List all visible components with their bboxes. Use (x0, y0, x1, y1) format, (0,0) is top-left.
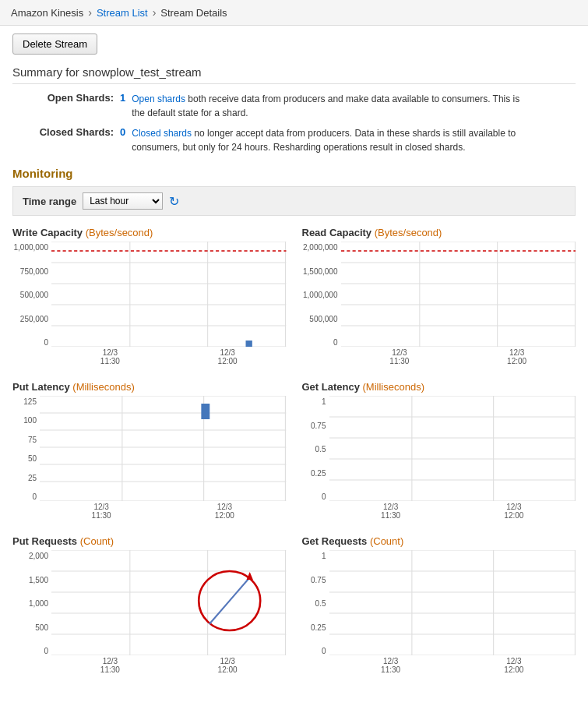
put-requests-svg (51, 550, 287, 655)
write-capacity-xaxis: 12/311:30 12/312:00 (51, 347, 287, 365)
read-capacity-title: Read Capacity (Bytes/second) (302, 227, 576, 238)
breadcrumb-sep-1: › (88, 6, 92, 19)
get-latency-xaxis: 12/311:30 12/312:00 (329, 501, 576, 520)
put-requests-yaxis: 2,000 1,500 1,000 500 0 (12, 550, 51, 674)
read-capacity-inner: 12/311:30 12/312:00 (341, 242, 576, 365)
refresh-icon[interactable]: ↻ (169, 194, 179, 209)
get-latency-yaxis: 1 0.75 0.5 0.25 0 (302, 396, 329, 520)
breadcrumb-stream-list[interactable]: Stream List (97, 7, 148, 19)
read-capacity-svg (341, 242, 576, 347)
get-requests-title: Get Requests (Count) (302, 535, 576, 547)
get-requests-inner: 12/311:30 12/312:00 (329, 550, 576, 674)
get-requests-unit: (Count) (370, 535, 403, 547)
put-latency-inner: 12/311:30 12/312:00 (40, 396, 287, 520)
read-capacity-unit: (Bytes/second) (375, 227, 442, 238)
open-shards-label: Open Shards: (20, 92, 114, 104)
get-requests-yaxis: 1 0.75 0.5 0.25 0 (302, 550, 329, 674)
closed-shards-row: Closed Shards: 0 Closed shards no longer… (20, 126, 576, 154)
svg-rect-31 (201, 404, 209, 419)
closed-shards-desc: Closed shards no longer accept data from… (132, 126, 521, 154)
svg-rect-10 (246, 341, 252, 347)
summary-table: Open Shards: 1 Open shards both receive … (20, 92, 576, 154)
time-range-select[interactable]: Last hour Last 3 hours Last 12 hours Las… (83, 192, 163, 210)
read-capacity-yaxis: 2,000,000 1,500,000 1,000,000 500,000 0 (302, 242, 341, 365)
put-latency-wrapper: 125 100 75 50 25 0 (12, 396, 287, 520)
summary-title: Summary for snowplow_test_stream (12, 65, 576, 84)
open-shards-desc: Open shards both receive data from produ… (132, 92, 521, 120)
time-range-label: Time range (23, 196, 76, 207)
read-capacity-wrapper: 2,000,000 1,500,000 1,000,000 500,000 0 (302, 242, 576, 365)
get-requests-svg (329, 550, 576, 655)
get-requests-xaxis: 12/311:30 12/312:00 (329, 655, 576, 674)
put-requests-xaxis: 12/311:30 12/312:00 (51, 655, 287, 674)
put-latency-yaxis: 125 100 75 50 25 0 (12, 396, 40, 520)
closed-shards-label: Closed Shards: (20, 126, 114, 138)
breadcrumb: Amazon Kinesis › Stream List › Stream De… (0, 0, 588, 26)
svg-line-51 (209, 577, 250, 624)
write-capacity-chart: Write Capacity (Bytes/second) 1,000,000 … (12, 227, 287, 365)
get-latency-title: Get Latency (Milliseconds) (302, 381, 576, 393)
open-shards-highlight: Open shards (132, 94, 185, 104)
put-latency-unit: (Milliseconds) (72, 381, 134, 393)
put-requests-inner: 12/311:30 12/312:00 (51, 550, 287, 674)
delete-stream-button[interactable]: Delete Stream (12, 34, 97, 55)
put-latency-svg (40, 396, 287, 501)
write-capacity-title: Write Capacity (Bytes/second) (12, 227, 287, 238)
main-content: Delete Stream Summary for snowplow_test_… (0, 26, 588, 682)
monitoring-bar: Time range Last hour Last 3 hours Last 1… (12, 186, 576, 216)
breadcrumb-stream-details: Stream Details (160, 7, 227, 19)
closed-shards-highlight: Closed shards (132, 128, 192, 139)
put-requests-chart: Put Requests (Count) 2,000 1,500 1,000 5… (12, 535, 287, 674)
put-requests-title: Put Requests (Count) (12, 535, 287, 547)
get-latency-unit: (Milliseconds) (363, 381, 424, 393)
get-latency-svg (329, 396, 576, 501)
put-latency-title: Put Latency (Milliseconds) (12, 381, 287, 393)
put-latency-xaxis: 12/311:30 12/312:00 (40, 501, 287, 520)
open-shards-row: Open Shards: 1 Open shards both receive … (20, 92, 576, 120)
open-shards-value: 1 (120, 92, 125, 104)
read-capacity-xaxis: 12/311:30 12/312:00 (341, 347, 576, 365)
put-requests-unit: (Count) (80, 535, 114, 547)
get-latency-inner: 12/311:30 12/312:00 (329, 396, 576, 520)
write-capacity-yaxis: 1,000,000 750,000 500,000 250,000 0 (12, 242, 51, 365)
charts-grid: Write Capacity (Bytes/second) 1,000,000 … (12, 227, 576, 674)
get-latency-chart: Get Latency (Milliseconds) 1 0.75 0.5 0.… (302, 381, 576, 520)
read-capacity-chart: Read Capacity (Bytes/second) 2,000,000 1… (302, 227, 576, 365)
put-latency-chart: Put Latency (Milliseconds) 125 100 75 50… (12, 381, 287, 520)
breadcrumb-sep-2: › (153, 6, 157, 19)
write-capacity-unit: (Bytes/second) (86, 227, 153, 238)
closed-shards-value: 0 (120, 126, 125, 138)
get-requests-chart: Get Requests (Count) 1 0.75 0.5 0.25 0 (302, 535, 576, 674)
write-capacity-svg (51, 242, 287, 347)
put-requests-wrapper: 2,000 1,500 1,000 500 0 (12, 550, 287, 674)
monitoring-title: Monitoring (12, 167, 576, 180)
get-latency-wrapper: 1 0.75 0.5 0.25 0 (302, 396, 576, 520)
breadcrumb-kinesis[interactable]: Amazon Kinesis (11, 7, 83, 19)
write-capacity-wrapper: 1,000,000 750,000 500,000 250,000 0 (12, 242, 287, 365)
get-requests-wrapper: 1 0.75 0.5 0.25 0 (302, 550, 576, 674)
write-capacity-inner: 12/311:30 12/312:00 (51, 242, 287, 365)
